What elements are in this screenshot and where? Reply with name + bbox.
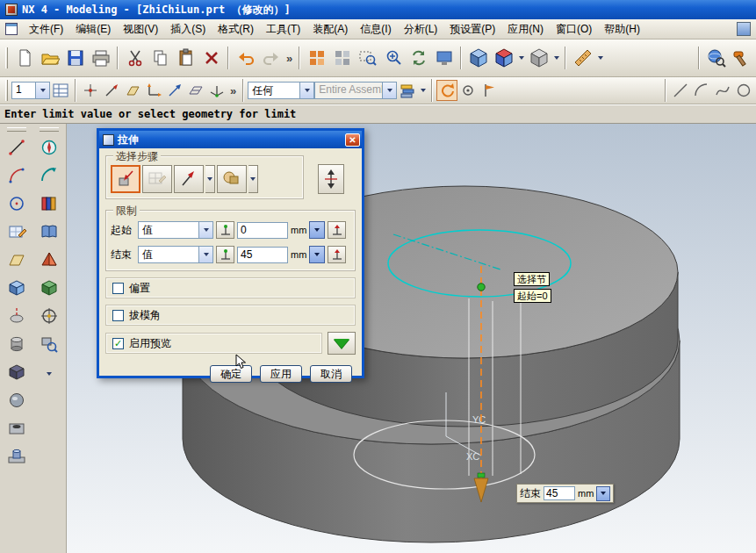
display-mode-dropdown[interactable] — [551, 46, 561, 71]
datum-axis-button[interactable] — [101, 80, 122, 101]
zoom-window-button[interactable] — [355, 46, 380, 71]
measure-button[interactable] — [570, 46, 595, 71]
sphere-button[interactable] — [4, 388, 30, 413]
new-button[interactable] — [11, 46, 37, 71]
cut-button[interactable] — [122, 46, 148, 71]
floating-end-spinner[interactable] — [596, 486, 610, 501]
refresh-button[interactable] — [406, 46, 431, 71]
document-icon[interactable] — [5, 23, 18, 35]
datum-plane-button[interactable] — [4, 248, 30, 272]
preview-checkbox[interactable]: ✓ — [112, 338, 124, 349]
menu-preferences[interactable]: 预设置(P) — [443, 20, 501, 39]
layer-combo[interactable]: 1 — [11, 82, 50, 99]
redo-button[interactable] — [258, 46, 284, 71]
end-direction-button[interactable] — [328, 246, 346, 263]
save-button[interactable] — [62, 46, 88, 71]
show-result-button[interactable] — [328, 332, 356, 355]
spline-tool-button[interactable] — [712, 80, 733, 101]
layer-settings-button[interactable] — [50, 80, 71, 101]
sketch-button[interactable] — [4, 219, 30, 244]
vector-constructor-button[interactable] — [164, 80, 185, 101]
select-section-step-button[interactable] — [111, 165, 140, 193]
dialog-close-button[interactable]: ✕ — [345, 133, 360, 147]
combo-drop-button[interactable] — [382, 83, 396, 98]
hole-button[interactable] — [4, 416, 30, 441]
menu-file[interactable]: 文件(F) — [23, 20, 69, 39]
block-button[interactable] — [4, 360, 30, 384]
cancel-button[interactable]: 取消 — [310, 365, 352, 383]
start-measure-button[interactable] — [216, 221, 234, 239]
fit-view-button[interactable] — [304, 46, 329, 71]
part-zoom-button[interactable] — [36, 332, 62, 356]
selection-filter-combo[interactable]: 任何 — [248, 82, 314, 99]
copy-button[interactable] — [148, 46, 173, 71]
combo-drop-button[interactable] — [299, 83, 313, 98]
direction-step-button[interactable] — [174, 165, 204, 193]
start-value-field[interactable] — [237, 222, 288, 239]
preview-flag-button[interactable] — [479, 80, 500, 101]
boolean-step-button[interactable] — [217, 165, 247, 193]
reverse-direction-button[interactable] — [318, 164, 344, 194]
screen-button[interactable] — [431, 46, 457, 71]
combo-drop-button[interactable] — [198, 222, 212, 238]
datum-csys-button[interactable] — [143, 80, 164, 101]
layer-stack-button[interactable] — [397, 80, 418, 101]
menu-edit[interactable]: 编辑(E) — [69, 20, 117, 39]
offset-checkbox[interactable] — [112, 283, 124, 294]
target-button[interactable] — [36, 304, 62, 328]
cylinder-button[interactable] — [4, 332, 30, 356]
toolbar-overflow-button[interactable]: » — [227, 84, 239, 97]
green-cube-button[interactable] — [36, 276, 62, 300]
snap-rotate-button[interactable] — [436, 80, 457, 101]
end-value-field[interactable] — [237, 247, 288, 263]
apply-button[interactable]: 应用 — [260, 365, 302, 383]
datum-plane-button[interactable] — [122, 80, 143, 101]
combo-drop-button[interactable] — [35, 83, 49, 98]
sketch-section-step-button[interactable] — [142, 165, 172, 193]
menu-assemblies[interactable]: 装配(A) — [306, 20, 354, 39]
dialog-title-bar[interactable]: 拉伸 ✕ — [99, 131, 362, 148]
menu-information[interactable]: 信息(I) — [354, 20, 397, 39]
extrude-button[interactable] — [4, 276, 30, 300]
start-type-combo[interactable]: 值 — [138, 221, 213, 239]
measure-arc-button[interactable] — [36, 163, 62, 188]
print-button[interactable] — [88, 46, 113, 71]
end-type-combo[interactable]: 值 — [138, 246, 213, 263]
menu-analysis[interactable]: 分析(L) — [398, 20, 444, 39]
end-spinner-button[interactable] — [309, 246, 325, 263]
floating-end-field[interactable] — [544, 486, 575, 500]
circle-button[interactable] — [4, 191, 30, 216]
browser-button[interactable] — [703, 46, 729, 71]
toolbar-more-button[interactable] — [36, 362, 62, 386]
arc-button[interactable] — [4, 163, 30, 188]
direction-step-dropdown[interactable] — [205, 165, 215, 193]
point-constructor-button[interactable] — [80, 80, 101, 101]
menu-insert[interactable]: 插入(S) — [164, 20, 212, 39]
boss-button[interactable] — [4, 444, 30, 469]
customize-button[interactable] — [729, 46, 754, 71]
start-direction-button[interactable] — [328, 221, 346, 239]
draft-checkbox[interactable] — [112, 310, 124, 321]
compass-button[interactable] — [36, 135, 62, 160]
revolve-button[interactable] — [4, 304, 30, 328]
assembly-scope-combo[interactable]: Entire Assemb — [314, 82, 397, 99]
line-tool-button[interactable] — [670, 80, 691, 101]
display-mode-button[interactable] — [526, 46, 551, 71]
toolbar-grip[interactable] — [40, 127, 59, 132]
arc-tool-button[interactable] — [691, 80, 712, 101]
toolbar-grip[interactable] — [5, 47, 8, 68]
information-button[interactable] — [36, 219, 62, 244]
plane-grid-button[interactable] — [185, 80, 206, 101]
menu-view[interactable]: 视图(V) — [117, 20, 164, 39]
end-handle[interactable] — [478, 473, 485, 478]
zoom-in-button[interactable] — [380, 46, 406, 71]
menu-help[interactable]: 帮助(H) — [598, 20, 646, 39]
snap-point-button[interactable] — [457, 80, 479, 101]
shaded-view-button[interactable] — [491, 46, 516, 71]
menu-window[interactable]: 窗口(O) — [550, 20, 598, 39]
end-measure-button[interactable] — [216, 246, 234, 263]
undo-button[interactable] — [233, 46, 258, 71]
ok-button[interactable]: 确定 — [210, 365, 252, 383]
menu-tools[interactable]: 工具(T) — [260, 20, 306, 39]
combo-drop-button[interactable] — [198, 247, 212, 262]
